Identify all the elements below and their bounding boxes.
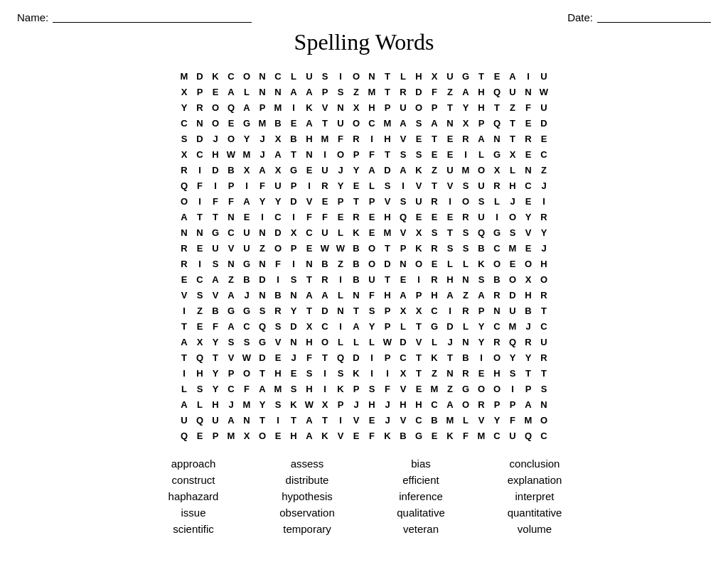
letter-cell: I: [176, 303, 192, 318]
letter-cell: P: [473, 303, 489, 318]
letter-cell: C: [239, 318, 255, 334]
letter-cell: S: [301, 365, 317, 381]
letter-cell: S: [458, 225, 473, 240]
letter-cell: L: [505, 162, 520, 178]
letter-cell: C: [364, 115, 380, 131]
letter-cell: C: [536, 318, 552, 334]
letter-cell: S: [192, 381, 208, 396]
letter-cell: H: [411, 68, 427, 84]
letter-cell: F: [223, 193, 239, 209]
letter-cell: U: [317, 225, 333, 240]
letter-cell: R: [317, 178, 333, 193]
letter-cell: T: [489, 99, 505, 115]
letter-cell: R: [536, 209, 552, 225]
letter-cell: K: [301, 99, 317, 115]
letter-cell: N: [458, 271, 473, 287]
letter-cell: U: [473, 209, 489, 225]
letter-cell: C: [176, 115, 192, 131]
letter-cell: Q: [333, 350, 348, 365]
letter-cell: D: [286, 193, 301, 209]
word-item: hypothesis: [254, 490, 360, 502]
letter-cell: I: [317, 365, 333, 381]
letter-cell: F: [364, 428, 380, 443]
letter-cell: V: [395, 131, 411, 146]
letter-cell: A: [223, 318, 239, 334]
letter-cell: I: [505, 381, 520, 396]
letter-cell: L: [333, 334, 348, 350]
letter-cell: E: [317, 193, 333, 209]
letter-cell: V: [473, 412, 489, 428]
date-label: Date:: [567, 11, 593, 23]
letter-cell: J: [380, 396, 395, 412]
letter-cell: I: [364, 350, 380, 365]
letter-cell: T: [411, 350, 427, 365]
letter-cell: R: [473, 396, 489, 412]
letter-cell: P: [333, 396, 348, 412]
letter-cell: I: [317, 381, 333, 396]
letter-cell: U: [442, 68, 458, 84]
letter-cell: C: [223, 68, 239, 84]
letter-cell: B: [348, 240, 364, 256]
letter-cell: P: [505, 396, 520, 412]
letter-cell: E: [520, 115, 536, 131]
letter-cell: K: [473, 256, 489, 271]
letter-cell: N: [536, 396, 552, 412]
letter-cell: X: [286, 225, 301, 240]
letter-cell: O: [505, 271, 520, 287]
letter-cell: A: [505, 68, 520, 84]
letter-cell: L: [348, 334, 364, 350]
letter-cell: V: [411, 178, 427, 193]
letter-cell: V: [333, 428, 348, 443]
name-field: Name:: [17, 11, 252, 23]
letter-cell: A: [395, 115, 411, 131]
letter-cell: O: [489, 350, 505, 365]
letter-cell: I: [239, 178, 255, 193]
letter-cell: M: [255, 115, 270, 131]
letter-cell: M: [380, 225, 395, 240]
letter-cell: Y: [364, 318, 380, 334]
letter-cell: L: [489, 193, 505, 209]
letter-cell: G: [286, 162, 301, 178]
letter-cell: F: [317, 209, 333, 225]
letter-cell: O: [364, 256, 380, 271]
letter-cell: T: [536, 365, 552, 381]
letter-cell: K: [286, 396, 301, 412]
letter-cell: N: [442, 365, 458, 381]
letter-cell: A: [255, 381, 270, 396]
word-item: inference: [368, 490, 474, 502]
letter-cell: D: [536, 115, 552, 131]
letter-cell: U: [270, 178, 286, 193]
letter-cell: U: [536, 99, 552, 115]
letter-cell: R: [270, 303, 286, 318]
letter-cell: S: [270, 396, 286, 412]
letter-cell: S: [333, 365, 348, 381]
letter-cell: J: [223, 396, 239, 412]
letter-cell: I: [489, 209, 505, 225]
letter-cell: R: [176, 240, 192, 256]
letter-cell: B: [348, 256, 364, 271]
letter-cell: E: [442, 131, 458, 146]
letter-cell: G: [239, 303, 255, 318]
letter-cell: E: [411, 381, 427, 396]
letter-cell: E: [427, 428, 442, 443]
letter-cell: P: [317, 84, 333, 99]
letter-cell: V: [317, 99, 333, 115]
letter-cell: F: [239, 381, 255, 396]
letter-cell: R: [536, 287, 552, 303]
letter-cell: M: [520, 412, 536, 428]
word-search-container: MDKCONCLUSIONTLHXUGTEAIUXPEALNNAAPSZMTRD…: [17, 68, 711, 443]
letter-cell: J: [239, 287, 255, 303]
word-item: interpret: [481, 490, 588, 502]
word-item: haphazard: [140, 490, 247, 502]
letter-cell: M: [505, 318, 520, 334]
letter-cell: U: [317, 162, 333, 178]
letter-cell: T: [176, 350, 192, 365]
letter-cell: E: [520, 240, 536, 256]
letter-cell: R: [536, 350, 552, 365]
letter-cell: E: [364, 209, 380, 225]
letter-cell: Q: [505, 334, 520, 350]
letter-cell: Y: [208, 334, 223, 350]
letter-cell: T: [411, 365, 427, 381]
letter-cell: G: [489, 146, 505, 162]
letter-cell: T: [380, 271, 395, 287]
